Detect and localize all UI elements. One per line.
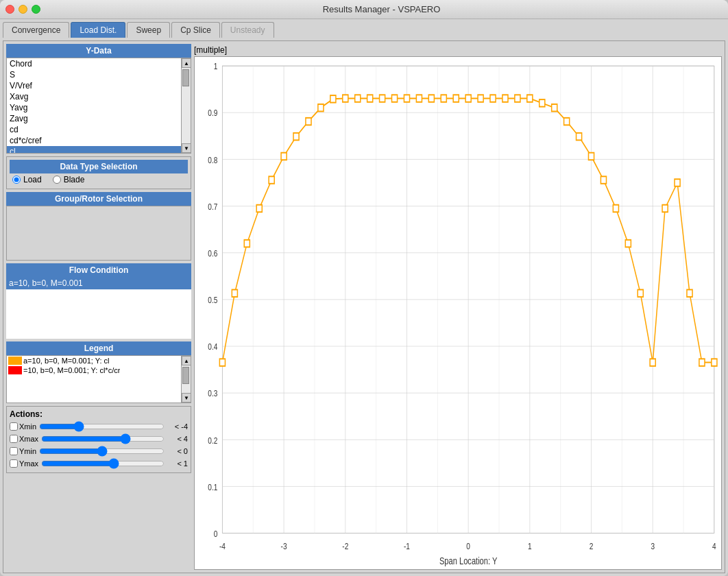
data-point (552, 104, 557, 111)
chart-svg: 1 0.9 0.8 0.7 0.6 0.5 0.4 0.3 0.2 0.1 0 … (195, 57, 721, 569)
xmax-row: Xmax < 4 (10, 433, 188, 445)
tab-sweep[interactable]: Sweep (127, 22, 170, 38)
data-point (416, 95, 422, 101)
data-point (638, 289, 643, 296)
list-item-cl[interactable]: cl (7, 146, 181, 153)
svg-text:0.1: 0.1 (208, 481, 217, 492)
scroll-down-button[interactable]: ▼ (182, 143, 191, 153)
svg-text:0: 0 (214, 529, 218, 539)
tab-cp-slice[interactable]: Cp Slice (171, 22, 220, 38)
legend-scroll-down[interactable]: ▼ (182, 393, 191, 403)
xmax-label: Xmax (19, 435, 38, 443)
xmax-value: < 4 (167, 435, 188, 443)
data-point (428, 95, 434, 101)
list-item-vvref[interactable]: V/Vref (7, 80, 181, 91)
group-rotor-section: Group/Rotor Selection (6, 192, 191, 261)
ymin-slider[interactable] (39, 446, 165, 457)
data-point (539, 99, 545, 106)
ymax-checkbox-label[interactable]: Ymax (10, 459, 38, 468)
tab-unsteady: Unsteady (221, 22, 274, 38)
tab-bar: Convergence Load Dist. Sweep Cp Slice Un… (3, 22, 725, 38)
main-container: Convergence Load Dist. Sweep Cp Slice Un… (0, 19, 728, 576)
data-point (564, 118, 570, 125)
data-point (367, 95, 373, 101)
list-item-s[interactable]: S (7, 69, 181, 80)
legend-item-cl: a=10, b=0, M=0.001; Y: cl (7, 356, 181, 365)
xmin-checkbox[interactable] (10, 422, 18, 431)
data-type-header: Data Type Selection (10, 160, 188, 173)
y-data-section: Y-Data Chord S V/Vref Xavg Yavg Zavg cd … (6, 44, 191, 154)
data-point (675, 179, 680, 186)
data-point (478, 95, 483, 101)
data-point (699, 359, 705, 365)
close-button[interactable] (5, 5, 14, 14)
xmin-checkbox-label[interactable]: Xmin (10, 422, 36, 431)
ymax-checkbox[interactable] (10, 459, 18, 468)
xmax-slider[interactable] (41, 433, 165, 444)
data-point (490, 95, 496, 101)
svg-text:2: 2 (590, 541, 594, 551)
data-point (318, 104, 324, 111)
traffic-lights (5, 5, 40, 14)
flow-condition-list[interactable]: a=10, b=0, M=0.001 (6, 277, 191, 339)
legend-label-clccref: =10, b=0, M=0.001; Y: cl*c/cr (23, 366, 120, 374)
ymin-row: Ymin < 0 (10, 445, 188, 457)
xmax-checkbox[interactable] (10, 435, 18, 443)
legend-scroll-thumb[interactable] (182, 367, 189, 384)
data-type-section: Data Type Selection Load Blade (6, 156, 191, 189)
tab-convergence[interactable]: Convergence (3, 22, 69, 38)
data-point (527, 95, 533, 101)
scroll-track[interactable] (182, 68, 191, 143)
data-type-options: Load Blade (10, 173, 188, 186)
svg-text:0.6: 0.6 (208, 248, 217, 259)
legend-scroll-up[interactable]: ▲ (182, 356, 191, 365)
ymax-slider[interactable] (41, 458, 165, 469)
list-item-xavg[interactable]: Xavg (7, 91, 181, 102)
scroll-up-button[interactable]: ▲ (182, 58, 191, 68)
y-data-scrollbar: ▲ ▼ (181, 58, 191, 153)
data-point (712, 359, 717, 365)
data-point (687, 289, 692, 296)
svg-text:-4: -4 (219, 541, 226, 551)
flow-condition-item[interactable]: a=10, b=0, M=0.001 (6, 277, 191, 289)
ymin-checkbox[interactable] (10, 447, 18, 455)
data-point (662, 205, 668, 212)
tab-load-dist[interactable]: Load Dist. (71, 22, 125, 38)
group-rotor-list[interactable] (6, 206, 191, 261)
data-point (380, 95, 385, 101)
xmin-slider[interactable] (39, 421, 165, 432)
maximize-button[interactable] (32, 5, 40, 14)
radio-blade-label: Blade (64, 175, 85, 184)
svg-text:3: 3 (651, 541, 655, 551)
svg-text:Span Location: Y: Span Location: Y (439, 555, 498, 567)
radio-blade[interactable]: Blade (53, 175, 85, 184)
xmax-checkbox-label[interactable]: Xmax (10, 435, 38, 443)
list-item-zavg[interactable]: Zavg (7, 113, 181, 124)
data-point (577, 133, 582, 140)
data-point (232, 289, 237, 296)
left-panel: Y-Data Chord S V/Vref Xavg Yavg Zavg cd … (6, 44, 191, 570)
list-item-cdccref[interactable]: cd*c/cref (7, 135, 181, 146)
legend-scroll-track[interactable] (182, 365, 191, 393)
svg-text:1: 1 (214, 61, 218, 71)
svg-text:0: 0 (466, 541, 470, 551)
radio-blade-input[interactable] (53, 176, 61, 184)
legend-header: Legend (6, 341, 191, 355)
data-point (355, 95, 361, 101)
y-data-list[interactable]: Chord S V/Vref Xavg Yavg Zavg cd cd*c/cr… (7, 58, 181, 153)
radio-load[interactable]: Load (12, 175, 42, 184)
minimize-button[interactable] (19, 5, 27, 14)
list-item-yavg[interactable]: Yavg (7, 102, 181, 113)
scroll-thumb[interactable] (182, 69, 189, 86)
data-point (343, 95, 348, 101)
data-point (515, 95, 520, 101)
ymin-checkbox-label[interactable]: Ymin (10, 447, 36, 455)
actions-header: Actions: (10, 409, 188, 419)
radio-load-input[interactable] (12, 176, 21, 184)
svg-text:0.4: 0.4 (208, 341, 217, 352)
data-point (404, 95, 409, 101)
list-item-cd[interactable]: cd (7, 124, 181, 135)
svg-text:0.8: 0.8 (208, 154, 217, 165)
legend-label-cl: a=10, b=0, M=0.001; Y: cl (23, 357, 109, 365)
list-item-chord[interactable]: Chord (7, 58, 181, 69)
